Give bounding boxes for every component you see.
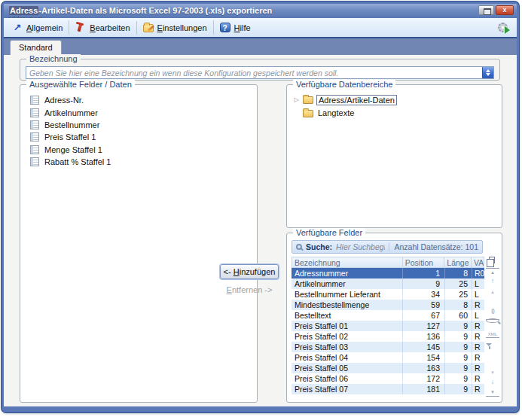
dialog-content: Bezeichnung Ausgewählte Felder / Daten A… (4, 55, 517, 406)
grid-row[interactable]: Artikelnummer 9 25 L (292, 278, 484, 289)
selected-field-item[interactable]: Adress-Nr. (30, 94, 257, 106)
col-header-bezeichnung[interactable]: Bezeichnung (292, 257, 403, 267)
selected-field-item[interactable]: Preis Staffel 1 (30, 131, 257, 143)
go-up-icon[interactable]: ↑ (486, 277, 499, 285)
bezeichnung-input[interactable] (26, 67, 482, 78)
selected-field-item[interactable]: Artikelnummer (30, 106, 257, 118)
record-count: Anzahl Datensätze: 101 (389, 242, 478, 251)
grid-row[interactable]: Preis Staffel 07 181 9 R (292, 384, 484, 394)
group-selected-fields: Ausgewählte Felder / Daten Adress-Nr. Ar… (20, 84, 258, 403)
go-last-icon[interactable]: ▼ (486, 389, 499, 397)
tabstrip: Standard (4, 38, 517, 55)
search-bar: Suche: Anzahl Datensätze: 101 (292, 240, 483, 254)
watermark: addrexport (8, 12, 42, 18)
grid-header: Bezeichnung Position Länge VA (292, 257, 484, 268)
group-selected-fields-legend: Ausgewählte Felder / Daten (26, 80, 135, 90)
group-available-fields: Verfügbare Felder Suche: Anzahl Datensät… (286, 233, 502, 403)
grid-body: Adressnummer 1 8 R0 Artikelnummer 9 25 L… (292, 268, 484, 394)
export-dialog-window: addrexport Adress-Artikel-Daten als Micr… (2, 2, 519, 412)
go-prev-icon[interactable]: ▲ (486, 289, 499, 295)
selected-field-item[interactable]: Rabatt % Staffel 1 (30, 156, 257, 168)
selected-field-item[interactable]: Bestellnummer (30, 119, 257, 131)
edit-record-icon[interactable]: (|) (486, 308, 499, 313)
search-icon (296, 244, 302, 250)
toolbar: ↗ Allgemein Bearbeiten Einstellungen ? H… (4, 18, 517, 38)
folder-icon (303, 110, 313, 117)
arrow-ne-icon: ↗ (12, 23, 23, 32)
group-available-fields-legend: Verfügbare Felder (293, 228, 365, 238)
close-button[interactable]: x (496, 5, 514, 15)
bezeichnung-combobox (26, 66, 494, 79)
grid-row[interactable]: Adressnummer 1 8 R0 (292, 268, 484, 278)
xml-export-icon[interactable]: XML (486, 332, 499, 338)
data-areas-tree: ▷ Adress/Artikel-Daten ▷ Langtexte (287, 85, 502, 120)
field-icon (30, 108, 39, 117)
go-down-icon[interactable]: ↓ (486, 378, 499, 385)
go-first-icon[interactable]: ▲ (486, 268, 499, 275)
field-icon (30, 120, 39, 129)
search-label: Suche: (306, 242, 332, 251)
titlebar: addrexport Adress-Artikel-Daten als Micr… (4, 4, 517, 18)
grid-search-icon[interactable] (486, 318, 499, 320)
field-icon (30, 145, 39, 154)
go-next-icon[interactable]: ▼ (486, 370, 499, 376)
grid-row[interactable]: Mindestbestellmenge 59 8 R (292, 300, 484, 310)
field-icon (30, 132, 39, 142)
help-icon: ? (220, 23, 230, 32)
grid-row[interactable]: Preis Staffel 01 127 9 R (292, 321, 484, 331)
run-export-button[interactable] (493, 20, 511, 36)
run-export-icon (498, 23, 508, 32)
window-title: Adress-Artikel-Daten als Microsoft Excel… (9, 6, 272, 15)
col-header-va[interactable]: VA (472, 257, 484, 267)
settings-icon (143, 24, 154, 32)
selected-field-item[interactable]: Menge Staffel 1 (30, 144, 257, 156)
add-button[interactable]: <- Hinzufügen (220, 264, 279, 279)
toolbar-items: ↗ Allgemein Bearbeiten Einstellungen ? H… (6, 20, 257, 35)
tab-standard[interactable]: Standard (10, 40, 62, 55)
grid-row[interactable]: Bestellnummer Lieferant 34 25 L (292, 289, 484, 300)
col-header-position[interactable]: Position (403, 257, 445, 267)
edit-icon (75, 23, 86, 32)
remove-button[interactable]: Entfernen -> (220, 285, 279, 294)
field-icon (30, 96, 39, 105)
selected-fields-list: Adress-Nr. Artikelnummer Bestellnummer P… (20, 85, 257, 168)
col-header-laenge[interactable]: Länge (444, 257, 472, 267)
expander-icon[interactable]: ▷ (293, 96, 300, 103)
toolbar-button-einstellungen[interactable]: Einstellungen (136, 21, 213, 35)
folder-icon (303, 96, 313, 104)
toolbar-button-hilfe[interactable]: ? Hilfe (213, 20, 257, 35)
column-chooser-icon[interactable] (486, 256, 499, 265)
grid-row[interactable]: Preis Staffel 02 136 9 R (292, 331, 484, 342)
group-data-areas: Verfügbare Datenbereiche ▷ Adress/Artike… (286, 84, 502, 228)
fields-grid: Bezeichnung Position Länge VA Adressnumm… (292, 257, 484, 394)
grid-row[interactable]: Preis Staffel 04 154 9 R (292, 352, 484, 363)
tree-item[interactable]: ▷ Adress/Artikel-Daten (293, 93, 502, 107)
search-input[interactable] (336, 242, 385, 251)
grid-row[interactable]: Preis Staffel 06 172 9 R (292, 373, 484, 384)
tree-item[interactable]: ▷ Langtexte (293, 107, 502, 120)
grid-side-toolbar: ▲ ↑ ▲ (|) XML ▼ ↓ ▼ (486, 233, 499, 402)
grid-row[interactable]: Preis Staffel 05 163 9 R (292, 363, 484, 373)
grid-row[interactable]: Bestelltext 67 60 L (292, 310, 484, 321)
field-icon (30, 157, 39, 166)
window-title-rest: -Artikel-Daten als Microsoft Excel 97-20… (38, 6, 272, 15)
restore-button[interactable] (478, 5, 494, 15)
toolbar-button-bearbeiten[interactable]: Bearbeiten (69, 20, 136, 35)
group-bezeichnung-legend: Bezeichnung (26, 54, 81, 64)
grid-row[interactable]: Preis Staffel 03 145 9 R (292, 342, 484, 352)
combo-dropdown-button[interactable] (482, 67, 493, 78)
toolbar-button-allgemein[interactable]: ↗ Allgemein (6, 20, 69, 35)
group-bezeichnung: Bezeichnung (20, 59, 500, 81)
group-data-areas-legend: Verfügbare Datenbereiche (293, 80, 395, 90)
